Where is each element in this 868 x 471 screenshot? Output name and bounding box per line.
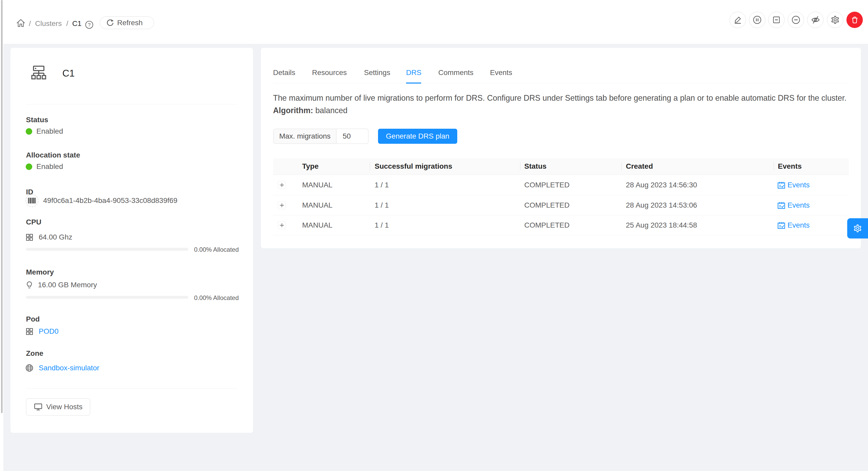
svg-text:?: ? xyxy=(88,22,91,28)
